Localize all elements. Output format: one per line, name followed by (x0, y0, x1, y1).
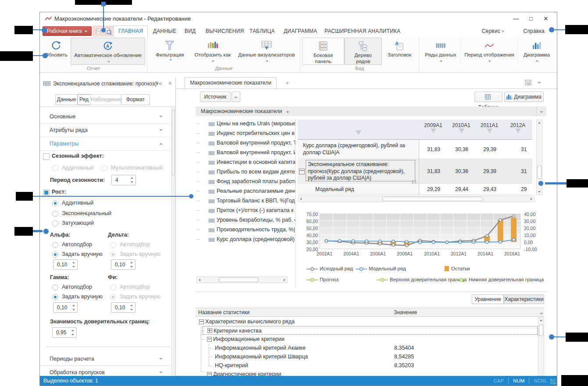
layout-icon[interactable] (525, 80, 531, 87)
stats-row[interactable]: Характеристики вычислимого ряда (196, 317, 538, 326)
tree-item[interactable]: Производительность труда, %|Го (196, 225, 295, 234)
stats-row[interactable]: HQ-критерий 8,35203 (196, 361, 538, 370)
section-main[interactable]: Основные (40, 110, 170, 124)
source-button[interactable]: Источник (200, 92, 231, 102)
stats-filter-dropdown[interactable] (540, 310, 543, 316)
stats-scrollbar[interactable] (538, 317, 544, 375)
display-as-button[interactable]: Отобразить как (190, 38, 235, 64)
section-parameters[interactable]: Параметры (40, 137, 170, 151)
panel-scrollbar[interactable] (171, 108, 175, 375)
auto-refresh-button[interactable]: A Автоматическое обновление (71, 38, 145, 65)
section-missing-handling[interactable]: Обработка пропусков (40, 366, 170, 377)
tree-item[interactable]: Валовой внутренний продукт, Ин (196, 148, 295, 157)
titlebar[interactable]: Макроэкономические показатели - Редактир… (40, 12, 557, 25)
view-chart-button[interactable]: Диаграмма (504, 92, 544, 102)
tree-item[interactable]: Торговый баланс к ВВП, %|Годов (196, 196, 295, 205)
phi-spinner[interactable]: 0,10 (111, 302, 135, 313)
table-cell[interactable]: 29,39 (475, 159, 503, 184)
tree-item[interactable]: Инвестиции в основной капитал (196, 157, 295, 167)
growth-exponential-radio[interactable] (52, 211, 58, 217)
tree-item[interactable]: Курс доллара (среднегодовой), ру (196, 234, 295, 244)
close-panel-button[interactable]: × (168, 78, 172, 89)
table-cell[interactable]: 29,29 (419, 184, 447, 195)
table-row-name-selected[interactable]: Экспоненциальное сглаживание: прогноз(Ку… (298, 159, 419, 184)
delta-auto-radio[interactable] (110, 242, 116, 248)
table-column-header[interactable]: 2010A1 (447, 120, 475, 140)
tree-h-scrollbar[interactable] (196, 276, 288, 283)
gamma-manual-radio[interactable] (52, 294, 58, 300)
stats-row[interactable]: Информационный критерий Акаике 8,35404 (196, 344, 538, 352)
tab-advanced-analytics[interactable]: РАСШИРЕННАЯ АНАЛИТИКА (324, 25, 400, 37)
tab-equation[interactable]: Уравнение (472, 294, 504, 304)
collapse-panel-button[interactable]: « (159, 78, 162, 89)
phi-auto-radio[interactable] (110, 284, 116, 290)
panel-tab-series[interactable]: Ряд (77, 94, 91, 105)
expander-minus-icon[interactable] (199, 319, 204, 324)
visualizer-data-button[interactable]: Данные визуализаторов (235, 38, 298, 64)
breadcrumb-dropdown[interactable] (536, 106, 546, 116)
season-period-spinner[interactable]: 4 (111, 175, 136, 185)
table-cell[interactable]: 29,39 (475, 140, 503, 159)
tree-item[interactable]: Приток (+)/отток (-) капитала к В (196, 205, 295, 215)
breadcrumb[interactable]: Макроэкономические показатели ▸ (196, 106, 546, 116)
scroll-lock-indicator[interactable]: SCRL (534, 378, 547, 383)
view-table-button[interactable]: Таблица (474, 92, 502, 102)
side-panel-button[interactable]: Боковая панель (302, 38, 344, 65)
table-cell[interactable]: 31 (503, 140, 532, 159)
workbook-menu-button[interactable]: Рабочая книга (43, 26, 92, 36)
table-column-header[interactable]: 2012A (503, 120, 532, 140)
table-cell[interactable]: 31,83 (419, 159, 447, 184)
tab-data[interactable]: ДАННЫЕ (153, 25, 176, 37)
tree-item[interactable]: Реальные располагаемые денежн (196, 186, 295, 196)
table-cell[interactable]: 29 (503, 184, 532, 195)
chart-ribbon-button[interactable]: Диаграмма (518, 38, 555, 64)
tab-view[interactable]: ВИД (185, 25, 196, 37)
maximize-button[interactable]: □ (524, 12, 538, 25)
document-tab[interactable]: Макроэкономические показатели (185, 77, 277, 89)
table-cell[interactable]: 31 (503, 159, 532, 184)
source-dropdown-button[interactable] (232, 92, 240, 102)
tree-item[interactable]: Прибыль по всем видам деятельн (196, 167, 295, 177)
caps-lock-indicator[interactable]: CAP (493, 378, 504, 383)
seasonal-effect-checkbox[interactable] (43, 153, 50, 160)
stats-row-focused[interactable]: Критерии качества (203, 326, 538, 335)
panel-tab-data[interactable]: Данные (55, 94, 78, 105)
table-cell[interactable]: 29,43 (475, 184, 503, 195)
section-calc-periods[interactable]: Периоды расчета (40, 352, 170, 366)
table-row-name[interactable]: Курс доллара (среднегодовой), рублей за … (298, 140, 419, 159)
table-column-header[interactable]: 2011A1 (475, 120, 503, 140)
growth-damped-radio[interactable] (52, 220, 58, 227)
table-column-header[interactable]: 2009A1 (419, 120, 447, 140)
tab-chart[interactable]: ДИАГРАММА (284, 25, 317, 37)
tree-item[interactable]: Валовой внутренний продукт, Те (196, 138, 295, 148)
table-row-name[interactable]: Модельный ряд (298, 184, 419, 195)
new-tab-button[interactable]: + (285, 77, 289, 89)
table-cell[interactable]: 29,44 (447, 184, 475, 195)
tree-item[interactable]: Индекс потребительских цен в с (196, 128, 295, 138)
table-cell[interactable]: 30,36 (447, 140, 475, 159)
alpha-auto-radio[interactable] (52, 242, 58, 248)
stats-row[interactable]: Диагностические критерии (196, 370, 538, 376)
expander-minus-icon[interactable] (207, 372, 212, 376)
tab-characteristics[interactable]: Характеристики (504, 294, 544, 304)
expander-plus-icon[interactable] (207, 328, 212, 333)
delta-spinner[interactable]: 0,10 (111, 259, 135, 270)
resize-grip[interactable] (550, 379, 556, 384)
tab-table[interactable]: ТАБЛИЦА (249, 25, 275, 37)
chevron-down-icon[interactable] (538, 82, 541, 84)
filter-button[interactable]: Фильтрация (149, 38, 190, 61)
tree-item[interactable]: Цены на нефть Urals (мировые), д (196, 119, 295, 128)
seasonal-multiplicative-radio[interactable] (101, 165, 107, 171)
tab-main[interactable]: ГЛАВНАЯ (114, 25, 148, 37)
close-button[interactable]: ✕ (538, 12, 553, 25)
section-attributes[interactable]: Атрибуты ряда (40, 124, 170, 137)
header-button[interactable]: A Заголовок (382, 38, 417, 58)
panel-tab-format[interactable]: Формат (121, 94, 150, 105)
series-tree-button[interactable]: Дерево рядов (344, 38, 382, 65)
expander-minus-icon[interactable] (299, 169, 305, 174)
tree-item[interactable]: Уровень безработицы, % раб. си (196, 215, 295, 225)
num-lock-indicator[interactable]: NUM (513, 378, 524, 383)
gamma-spinner[interactable]: 0,10 (53, 302, 78, 313)
delta-manual-radio[interactable] (110, 251, 116, 258)
service-menu[interactable]: Сервис (482, 25, 504, 37)
